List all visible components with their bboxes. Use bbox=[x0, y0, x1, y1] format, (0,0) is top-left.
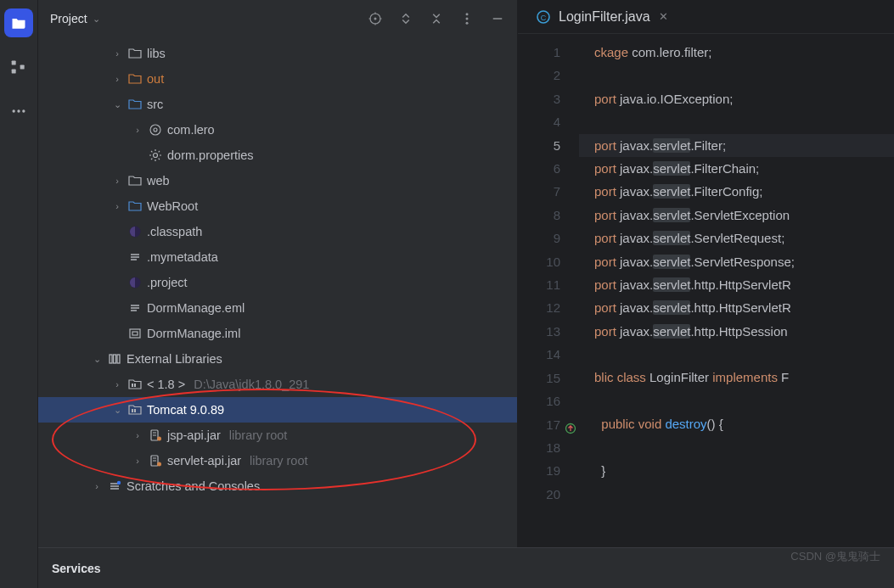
pkg-icon bbox=[149, 123, 162, 137]
svg-point-11 bbox=[150, 125, 160, 135]
activity-more-button[interactable] bbox=[4, 97, 33, 126]
code-line[interactable]: port javax.servlet.ServletException bbox=[594, 204, 894, 227]
svg-rect-2 bbox=[20, 65, 25, 70]
svg-rect-18 bbox=[110, 355, 112, 363]
code-line[interactable]: ckage com.lero.filter; bbox=[594, 41, 894, 64]
tree-arrow-icon[interactable]: › bbox=[111, 200, 123, 212]
chevron-down-icon: ⌄ bbox=[93, 14, 100, 25]
project-tool-button[interactable] bbox=[4, 8, 33, 37]
code-line[interactable] bbox=[594, 389, 894, 412]
svg-rect-1 bbox=[12, 70, 16, 74]
expand-all-icon[interactable] bbox=[398, 11, 413, 26]
code-line[interactable]: port java.io.IOException; bbox=[594, 87, 894, 110]
panel-more-icon[interactable] bbox=[459, 11, 475, 26]
folder-o-icon bbox=[128, 72, 142, 86]
editor-area: C LoginFilter.java ✕ 1234567891011121314… bbox=[518, 0, 894, 547]
tree-arrow-icon[interactable]: › bbox=[91, 480, 103, 492]
structure-tool-button[interactable] bbox=[4, 53, 33, 81]
svg-point-13 bbox=[154, 154, 158, 158]
tree-item[interactable]: ›jsp-api.jarlibrary root bbox=[38, 423, 517, 448]
tree-item[interactable]: ›com.lero bbox=[38, 117, 517, 143]
tree-item[interactable]: dorm.properties bbox=[38, 143, 517, 168]
svg-point-4 bbox=[17, 109, 20, 112]
code-line[interactable]: } bbox=[594, 459, 894, 482]
scr-icon bbox=[108, 479, 121, 493]
tree-item[interactable]: ›libs bbox=[38, 41, 517, 66]
svg-point-3 bbox=[13, 109, 15, 112]
code-line[interactable] bbox=[594, 110, 894, 133]
tree-arrow-icon[interactable]: ⌄ bbox=[111, 98, 123, 110]
tree-item[interactable]: ›servlet-api.jarlibrary root bbox=[38, 448, 517, 473]
tree-arrow-icon[interactable] bbox=[132, 149, 143, 161]
svg-point-10 bbox=[466, 22, 469, 25]
services-panel[interactable]: Services bbox=[38, 547, 894, 588]
collapse-all-icon[interactable] bbox=[429, 11, 444, 26]
tab-loginfilter[interactable]: C LoginFilter.java ✕ bbox=[526, 0, 678, 33]
project-view-selector[interactable]: Project ⌄ bbox=[50, 12, 100, 25]
close-tab-icon[interactable]: ✕ bbox=[659, 10, 668, 23]
tree-item[interactable]: ›< 1.8 >D:\Java\jdk1.8.0_291 bbox=[38, 372, 517, 397]
code-line[interactable]: public void destroy() { bbox=[594, 412, 894, 435]
tree-arrow-icon[interactable]: › bbox=[111, 73, 123, 85]
tree-item[interactable]: .mymetadata bbox=[38, 244, 517, 270]
svg-point-26 bbox=[157, 437, 161, 441]
tree-item[interactable]: ⌄External Libraries bbox=[38, 346, 517, 372]
code-line[interactable]: port javax.servlet.http.HttpServletR bbox=[594, 273, 894, 296]
tree-arrow-icon[interactable]: › bbox=[111, 378, 123, 390]
tree-arrow-icon[interactable] bbox=[111, 277, 123, 288]
override-gutter-icon[interactable] bbox=[565, 418, 576, 430]
tree-item-label: Tomcat 9.0.89 bbox=[147, 403, 224, 417]
tree-arrow-icon[interactable]: › bbox=[111, 175, 123, 187]
code-line[interactable]: port javax.servlet.FilterChain; bbox=[594, 157, 894, 180]
tree-item[interactable]: ⌄src bbox=[38, 92, 517, 117]
tree-item-hint: library root bbox=[229, 428, 288, 442]
tree-item[interactable]: .project bbox=[38, 270, 517, 295]
tree-item[interactable]: DormManage.eml bbox=[38, 295, 517, 321]
code-line[interactable]: port javax.servlet.FilterConfig; bbox=[594, 180, 894, 203]
code-line[interactable] bbox=[594, 64, 894, 87]
code-line[interactable] bbox=[594, 436, 894, 459]
tree-item[interactable]: ⌄Tomcat 9.0.89 bbox=[38, 397, 517, 423]
tree-item[interactable]: DormManage.iml bbox=[38, 321, 517, 346]
tree-arrow-icon[interactable]: › bbox=[132, 455, 143, 467]
jar-icon bbox=[149, 454, 162, 468]
tree-arrow-icon[interactable] bbox=[111, 328, 123, 339]
tree-arrow-icon[interactable] bbox=[111, 302, 123, 314]
project-tree[interactable]: ›libs›out⌄src›com.lerodorm.properties›we… bbox=[38, 37, 517, 547]
code-line[interactable]: port javax.servlet.http.HttpServletR bbox=[594, 296, 894, 319]
svg-rect-16 bbox=[130, 329, 140, 338]
tree-arrow-icon[interactable]: › bbox=[111, 48, 123, 59]
tree-item-label: out bbox=[147, 72, 164, 86]
source-code[interactable]: ckage com.lero.filter;port java.io.IOExc… bbox=[579, 34, 894, 547]
tree-arrow-icon[interactable] bbox=[111, 226, 123, 238]
tree-item[interactable]: .classpath bbox=[38, 219, 517, 244]
tree-item[interactable]: ›WebRoot bbox=[38, 193, 517, 219]
svg-rect-19 bbox=[114, 355, 116, 363]
tree-arrow-icon[interactable]: ⌄ bbox=[111, 404, 123, 416]
code-line[interactable] bbox=[594, 343, 894, 366]
tree-arrow-icon[interactable] bbox=[111, 251, 123, 263]
tree-item[interactable]: ›out bbox=[38, 66, 517, 92]
hide-panel-icon[interactable] bbox=[490, 11, 505, 26]
locate-icon[interactable] bbox=[368, 11, 383, 26]
code-line[interactable]: port javax.servlet.http.HttpSession bbox=[594, 320, 894, 343]
tree-item[interactable]: ›Scratches and Consoles bbox=[38, 473, 517, 499]
code-line[interactable]: port javax.servlet.Filter; bbox=[579, 134, 894, 157]
tree-arrow-icon[interactable]: ⌄ bbox=[91, 353, 103, 365]
tree-item[interactable]: ›web bbox=[38, 168, 517, 193]
tree-item-label: jsp-api.jar bbox=[167, 428, 221, 442]
code-line[interactable]: port javax.servlet.ServletRequest; bbox=[594, 227, 894, 249]
tree-arrow-icon[interactable]: › bbox=[132, 124, 143, 136]
jar-icon bbox=[149, 428, 162, 442]
tree-item-label: External Libraries bbox=[127, 352, 222, 366]
code-line[interactable] bbox=[594, 482, 894, 505]
code-line[interactable]: blic class LoginFilter implements F bbox=[594, 366, 894, 389]
tree-arrow-icon[interactable]: › bbox=[132, 429, 143, 441]
libf-icon bbox=[128, 378, 142, 391]
code-line[interactable]: port javax.servlet.ServletResponse; bbox=[594, 250, 894, 273]
ecl-icon bbox=[128, 225, 142, 238]
project-panel-title: Project bbox=[50, 12, 87, 25]
ecl-icon bbox=[128, 276, 142, 289]
code-editor[interactable]: 1234567891011121314151617181920 ckage co… bbox=[518, 34, 894, 547]
tree-item-label: DormManage.eml bbox=[147, 301, 245, 315]
